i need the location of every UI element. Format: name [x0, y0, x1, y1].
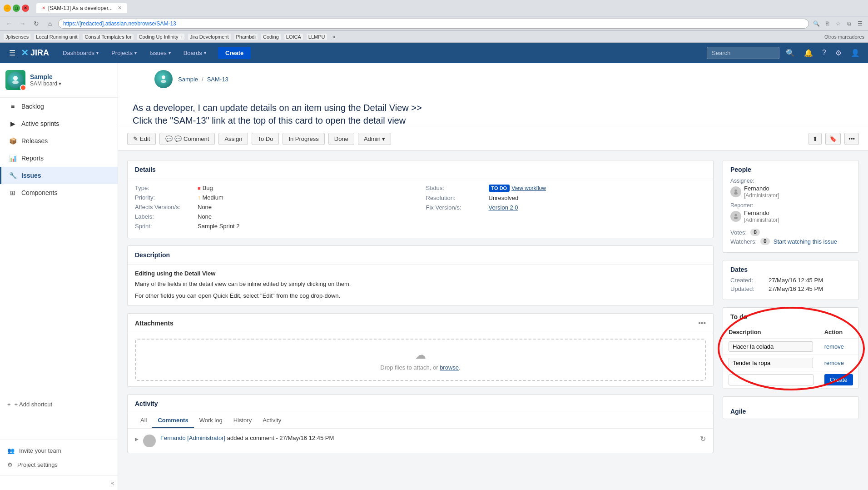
activity-entry: ▸ Fernando [Administrator] added a comme… — [128, 429, 713, 453]
edit-button[interactable]: ✎ Edit — [127, 133, 156, 145]
fix-version-link[interactable]: Version 2.0 — [489, 204, 518, 211]
bookmark-button[interactable]: 🔖 — [825, 133, 841, 145]
assign-button[interactable]: Assign — [218, 133, 248, 145]
create-button[interactable]: Create — [218, 47, 251, 59]
activity-user-avatar — [143, 435, 156, 447]
add-shortcut-btn[interactable]: + + Add shortcut — [0, 396, 118, 412]
search-input[interactable] — [707, 47, 779, 59]
minimize-btn[interactable]: ─ — [4, 5, 11, 12]
jira-nav-items: Dashboards ▾ Projects ▾ Issues ▾ Boards … — [56, 43, 213, 63]
done-button[interactable]: Done — [328, 133, 354, 145]
browse-link[interactable]: browse — [440, 364, 459, 371]
search-btn[interactable]: 🔍 — [783, 43, 798, 63]
project-board-link[interactable]: SAM board — [30, 80, 61, 87]
back-btn[interactable]: ← — [4, 18, 15, 29]
dashboards-arrow: ▾ — [96, 50, 99, 55]
sprint-label: Sprint: — [135, 223, 194, 230]
edit-icon: ✎ — [133, 135, 138, 142]
todo-new-input[interactable] — [729, 374, 813, 385]
bookmark-jira-dev[interactable]: Jira Development — [188, 34, 231, 40]
breadcrumb-project-link[interactable]: Sample — [178, 76, 198, 83]
bookmark-phambdi[interactable]: Phambdi — [234, 34, 258, 40]
bookmark-coding[interactable]: Coding Up Infinity + — [137, 34, 184, 40]
close-btn[interactable]: ✕ — [22, 5, 29, 12]
todo-item-2-remove[interactable]: remove — [824, 360, 844, 366]
sidebar-item-reports[interactable]: 📊 Reports — [0, 150, 118, 167]
bookmark-loica[interactable]: LOICA — [284, 34, 303, 40]
bookmark-coding2[interactable]: Coding — [261, 34, 281, 40]
bookmark-local[interactable]: Local Running unit — [34, 34, 79, 40]
status-value: TO DO View workflow — [489, 185, 706, 192]
attachments-more-btn[interactable]: ••• — [698, 319, 706, 327]
settings-icon[interactable]: ☰ — [855, 19, 864, 28]
zoom-icon[interactable]: 🔍 — [812, 19, 821, 28]
comment-button[interactable]: 💬 💬 Comment — [159, 133, 215, 145]
tab-worklog[interactable]: Work log — [194, 413, 228, 428]
issue-actions-bar: ✎ Edit 💬 💬 Comment Assign To Do In Progr… — [118, 127, 868, 151]
attach-drop-zone[interactable]: ☁ Drop files to attach, or browse. — [135, 339, 706, 381]
issues-menu[interactable]: Issues ▾ — [143, 43, 177, 63]
todo-create-btn[interactable]: Create — [824, 374, 853, 385]
more-actions-button[interactable]: ••• — [844, 133, 859, 145]
bookmark-llmpu[interactable]: LLMPU — [307, 34, 327, 40]
home-btn[interactable]: ⌂ — [45, 18, 55, 29]
boards-menu[interactable]: Boards ▾ — [177, 43, 213, 63]
forward-btn[interactable]: → — [17, 18, 28, 29]
other-bookmarks-btn[interactable]: Otros marcadores — [824, 34, 864, 40]
sidebar-item-backlog[interactable]: ≡ Backlog — [0, 98, 118, 115]
updated-value: 27/May/16 12:45 PM — [769, 285, 851, 292]
tab-comments[interactable]: Comments — [152, 413, 193, 428]
project-settings-btn[interactable]: ⚙ Project settings — [0, 458, 118, 472]
address-bar[interactable] — [58, 19, 809, 29]
tab-activity[interactable]: Activity — [257, 413, 287, 428]
dashboards-menu[interactable]: Dashboards ▾ — [56, 43, 105, 63]
refresh-btn[interactable]: ↻ — [31, 18, 42, 29]
backlog-icon: ≡ — [9, 102, 17, 110]
priority-text: Medium — [203, 194, 223, 201]
description-section-body: Editing using the Detail View Many of th… — [128, 265, 713, 305]
notification-btn[interactable]: 🔔 — [801, 43, 816, 63]
svg-point-2 — [162, 75, 165, 79]
more-bookmarks-btn[interactable]: » — [332, 34, 336, 40]
help-btn[interactable]: ? — [819, 43, 829, 63]
user-avatar-btn[interactable]: 👤 — [848, 43, 863, 63]
boards-label: Boards — [184, 50, 202, 56]
tab-history[interactable]: History — [228, 413, 257, 428]
expand-icon[interactable]: ▸ — [135, 435, 139, 443]
view-workflow-link[interactable]: View workflow — [511, 185, 546, 191]
sidebar-collapse-btn[interactable]: « — [0, 475, 118, 490]
todo-item-2-input[interactable] — [729, 358, 813, 368]
translate-icon[interactable]: ⎘ — [823, 19, 832, 28]
sidebar-item-components[interactable]: ⊞ Components — [0, 184, 118, 201]
tab-all[interactable]: All — [135, 413, 152, 428]
in-progress-button[interactable]: In Progress — [283, 133, 324, 145]
sidebar-item-releases[interactable]: 📦 Releases — [0, 132, 118, 150]
tab-close[interactable]: ✕ — [118, 5, 122, 11]
admin-button[interactable]: Admin ▾ — [358, 133, 391, 145]
todo-item-1-input[interactable] — [729, 341, 813, 352]
details-section-header: Details — [128, 160, 713, 179]
settings-gear-btn[interactable]: ⚙ — [833, 43, 844, 63]
reporter-avatar — [730, 211, 741, 222]
todo-button[interactable]: To Do — [252, 133, 279, 145]
invite-team-btn[interactable]: 👥 Invite your team — [0, 444, 118, 458]
browser-tab[interactable]: ✕ [SAM-13] As a developer... ✕ — [36, 3, 127, 13]
extension-icon[interactable]: ⧉ — [844, 19, 853, 28]
activity-user-link[interactable]: Fernando [Administrator] — [160, 435, 225, 441]
star-icon[interactable]: ☆ — [833, 19, 843, 28]
reporter-role: [Administrator] — [744, 217, 779, 223]
hamburger-menu-btn[interactable]: ☰ — [5, 43, 19, 63]
refresh-icon[interactable]: ↻ — [700, 435, 706, 443]
sidebar-item-issues[interactable]: 🔧 Issues — [0, 167, 118, 184]
projects-menu[interactable]: Projects ▾ — [105, 43, 143, 63]
bookmark-consul[interactable]: Consul Templates for — [83, 34, 133, 40]
watch-link[interactable]: Start watching this issue — [774, 238, 837, 245]
bookmark-jplisenses[interactable]: Jplisenses — [4, 34, 30, 40]
sidebar-item-active-sprints[interactable]: ▶ Active sprints — [0, 115, 118, 132]
breadcrumb-issue-link[interactable]: SAM-13 — [207, 76, 228, 83]
svg-point-6 — [734, 214, 737, 216]
share-button[interactable]: ⬆ — [808, 133, 822, 145]
maximize-btn[interactable]: □ — [13, 5, 20, 12]
todo-item-1-remove[interactable]: remove — [824, 343, 844, 350]
created-value: 27/May/16 12:45 PM — [769, 277, 851, 284]
